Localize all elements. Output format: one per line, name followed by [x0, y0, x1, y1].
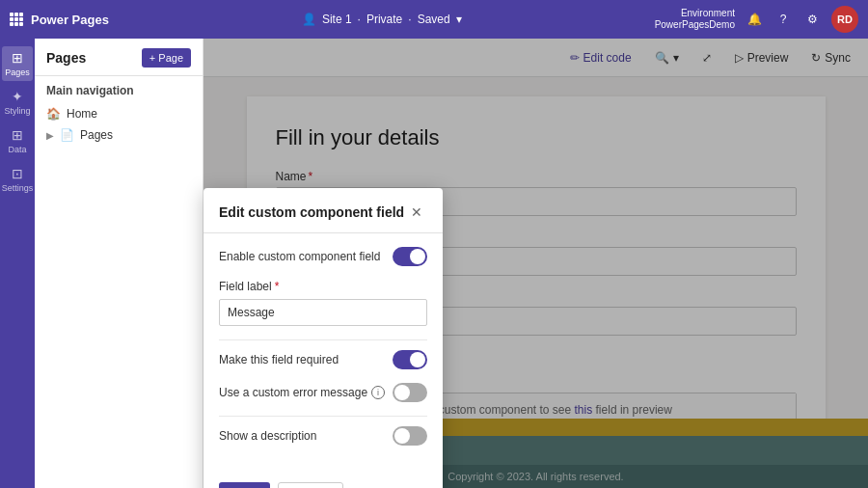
edit-modal: Edit custom component field ✕ Enable cus…	[203, 188, 443, 488]
main-nav-label: Main navigation	[35, 76, 203, 103]
chevron-icon: ▶	[46, 130, 54, 141]
description-toggle-track	[393, 426, 427, 446]
field-label-required: *	[275, 280, 280, 293]
custom-error-label: Use a custom error message	[219, 386, 367, 399]
settings-icon[interactable]: ⚙	[802, 10, 822, 29]
site-visibility: Private	[366, 13, 402, 26]
modal-body: Enable custom component field Field labe…	[203, 233, 443, 473]
required-toggle[interactable]	[393, 350, 427, 369]
cancel-button[interactable]: Cancel	[278, 482, 342, 488]
environment-label: Environment PowerPagesDemo	[655, 8, 735, 31]
page-icon: 📄	[60, 128, 74, 142]
help-icon[interactable]: ?	[773, 10, 793, 29]
notification-icon[interactable]: 🔔	[745, 10, 764, 29]
site-separator: ·	[358, 13, 361, 26]
enable-row: Enable custom component field	[219, 247, 427, 266]
add-page-button[interactable]: + Page	[142, 48, 191, 68]
pages-header: Pages + Page	[35, 39, 203, 76]
enable-toggle-track	[393, 247, 427, 266]
pages-icon: ⊞	[12, 50, 23, 66]
required-toggle-thumb	[410, 352, 425, 367]
nav-item-home[interactable]: 🏠 Home	[35, 103, 203, 124]
modal-title: Edit custom component field	[219, 204, 404, 220]
field-label-section: Field label *	[219, 280, 427, 326]
site-dropdown-icon[interactable]: ▾	[456, 13, 462, 26]
home-label: Home	[67, 107, 97, 121]
modal-close-button[interactable]: ✕	[406, 202, 427, 223]
app-name: Power Pages	[31, 13, 109, 27]
settings-side-icon: ⊡	[12, 166, 23, 181]
site-user-icon: 👤	[302, 13, 316, 26]
sidebar-item-pages[interactable]: ⊞ Pages	[2, 46, 33, 81]
site-status: Saved	[418, 13, 450, 26]
sidebar-icons: ⊞ Pages ✦ Styling ⊞ Data ⊡ Settings	[0, 39, 35, 488]
modal-divider-2	[219, 416, 427, 417]
modal-overlay[interactable]: Edit custom component field ✕ Enable cus…	[203, 39, 868, 488]
custom-error-toggle-track	[393, 383, 427, 402]
field-label-input[interactable]	[219, 299, 427, 326]
site-info: 👤 Site 1 · Private · Saved ▾	[302, 13, 462, 26]
custom-error-toggle[interactable]	[393, 383, 427, 402]
styling-icon: ✦	[12, 89, 23, 104]
show-description-label: Show a description	[219, 429, 316, 443]
info-icon[interactable]: i	[371, 386, 385, 399]
avatar[interactable]: RD	[831, 6, 858, 33]
sidebar-data-label: Data	[8, 145, 26, 154]
ok-button[interactable]: OK	[219, 482, 270, 488]
sidebar-styling-label: Styling	[4, 106, 30, 116]
enable-toggle-thumb	[410, 249, 425, 264]
pages-title: Pages	[46, 50, 86, 66]
sidebar-settings-label: Settings	[2, 183, 34, 193]
enable-label: Enable custom component field	[219, 250, 380, 263]
custom-error-toggle-thumb	[394, 385, 410, 400]
nav-item-pages[interactable]: ▶ 📄 Pages	[35, 124, 203, 146]
data-icon: ⊞	[12, 127, 23, 143]
required-row: Make this field required	[219, 350, 427, 369]
description-toggle[interactable]	[393, 426, 427, 446]
content-area: ✏ Edit code 🔍 ▾ ⤢ ▷ Preview ↻ Sync Fill …	[203, 39, 868, 488]
main-layout: ⊞ Pages ✦ Styling ⊞ Data ⊡ Settings Page…	[0, 39, 868, 488]
topnav-right: Environment PowerPagesDemo 🔔 ? ⚙ RD	[655, 6, 858, 33]
modal-footer: OK Cancel	[203, 473, 443, 488]
field-label-heading: Field label *	[219, 280, 427, 293]
pages-panel: Pages + Page Main navigation 🏠 Home ▶ 📄 …	[35, 39, 203, 488]
required-toggle-track	[393, 350, 427, 369]
home-icon: 🏠	[46, 107, 61, 121]
sidebar-item-data[interactable]: ⊞ Data	[2, 123, 33, 158]
pages-nav-label: Pages	[80, 128, 113, 142]
site-name: Site 1	[322, 13, 352, 26]
modal-divider	[219, 339, 427, 340]
modal-header: Edit custom component field ✕	[203, 188, 443, 233]
make-required-label: Make this field required	[219, 353, 339, 366]
sidebar-pages-label: Pages	[5, 68, 30, 77]
sidebar-item-styling[interactable]: ✦ Styling	[2, 85, 33, 120]
grid-icon[interactable]	[10, 13, 23, 26]
description-row: Show a description	[219, 426, 427, 446]
description-toggle-thumb	[394, 428, 410, 444]
custom-error-row: Use a custom error message i	[219, 383, 427, 402]
top-navbar: Power Pages 👤 Site 1 · Private · Saved ▾…	[0, 0, 868, 39]
site-separator2: ·	[408, 13, 411, 26]
enable-toggle[interactable]	[393, 247, 427, 266]
sidebar-item-settings[interactable]: ⊡ Settings	[2, 162, 33, 197]
